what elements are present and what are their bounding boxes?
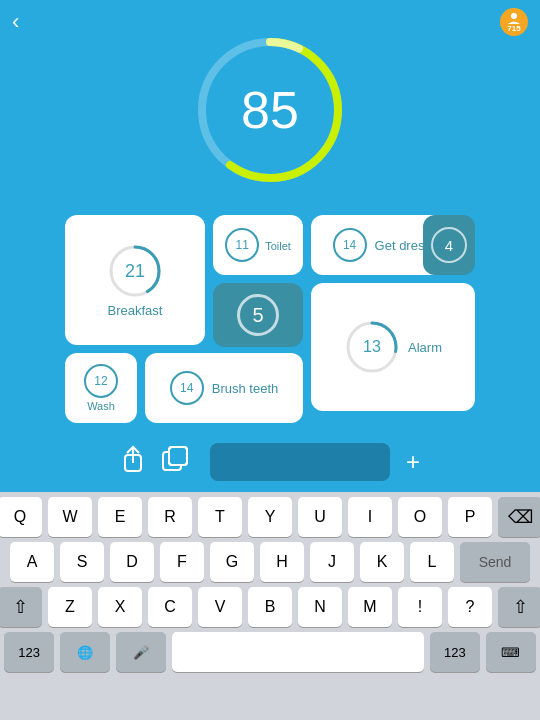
svg-point-0 — [511, 13, 517, 19]
key-s[interactable]: S — [60, 542, 104, 582]
numbers-right-key[interactable]: 123 — [430, 632, 480, 672]
key-x[interactable]: X — [98, 587, 142, 627]
keyboard-row-3: ⇧ Z X C V B N M ! ? ⇧ — [0, 587, 540, 627]
key-j[interactable]: J — [310, 542, 354, 582]
keyboard: Q W E R T Y U I O P ⌫ A S D F G H J K L … — [0, 492, 540, 720]
cards-icon[interactable] — [162, 446, 194, 478]
wash-label: Wash — [87, 400, 115, 412]
key-c[interactable]: C — [148, 587, 192, 627]
key-q[interactable]: Q — [0, 497, 42, 537]
breakfast-label: Breakfast — [108, 303, 163, 318]
svg-rect-11 — [169, 447, 187, 465]
card-wash[interactable]: 12 Wash — [65, 353, 137, 423]
mic-key[interactable]: 🎤 — [116, 632, 166, 672]
shift-key[interactable]: ⇧ — [0, 587, 42, 627]
keyboard-bottom-row: 123 🌐 🎤 123 ⌨ — [4, 632, 536, 672]
keyboard-row-2: A S D F G H J K L Send — [0, 542, 540, 582]
card-four[interactable]: 4 — [423, 215, 475, 275]
card-toilet[interactable]: 11 Toilet — [213, 215, 303, 275]
cards-area: 21 Breakfast 11 Toilet 14 Get dressed 4 … — [65, 215, 475, 435]
card-alarm[interactable]: 13 Alarm — [311, 283, 475, 411]
globe-key[interactable]: 🌐 — [60, 632, 110, 672]
delete-key[interactable]: ⌫ — [498, 497, 540, 537]
toilet-label: Toilet — [265, 240, 291, 252]
key-o[interactable]: O — [398, 497, 442, 537]
key-b[interactable]: B — [248, 587, 292, 627]
key-p[interactable]: P — [448, 497, 492, 537]
key-h[interactable]: H — [260, 542, 304, 582]
key-e[interactable]: E — [98, 497, 142, 537]
add-task-button[interactable]: + — [406, 448, 420, 476]
brush-label: Brush teeth — [212, 381, 279, 396]
key-question[interactable]: ? — [448, 587, 492, 627]
key-g[interactable]: G — [210, 542, 254, 582]
brush-circle: 14 — [170, 371, 204, 405]
shift-right-key[interactable]: ⇧ — [498, 587, 540, 627]
key-y[interactable]: Y — [248, 497, 292, 537]
key-i[interactable]: I — [348, 497, 392, 537]
numbers-key[interactable]: 123 — [4, 632, 54, 672]
key-v[interactable]: V — [198, 587, 242, 627]
keyboard-row-1: Q W E R T Y U I O P ⌫ — [0, 497, 540, 537]
card-five[interactable]: 5 — [213, 283, 303, 347]
timer-circle: 85 — [190, 30, 350, 190]
key-f[interactable]: F — [160, 542, 204, 582]
send-key[interactable]: Send — [460, 542, 530, 582]
toolbar: + — [0, 436, 540, 488]
key-m[interactable]: M — [348, 587, 392, 627]
key-t[interactable]: T — [198, 497, 242, 537]
key-z[interactable]: Z — [48, 587, 92, 627]
keyboard-hide-key[interactable]: ⌨ — [486, 632, 536, 672]
key-u[interactable]: U — [298, 497, 342, 537]
back-button[interactable]: ‹ — [12, 9, 19, 35]
key-w[interactable]: W — [48, 497, 92, 537]
card-breakfast[interactable]: 21 Breakfast — [65, 215, 205, 345]
card-brush[interactable]: 14 Brush teeth — [145, 353, 303, 423]
key-l[interactable]: L — [410, 542, 454, 582]
toilet-circle: 11 — [225, 228, 259, 262]
task-input[interactable] — [210, 443, 390, 481]
getdressed-circle: 14 — [333, 228, 367, 262]
key-exclaim[interactable]: ! — [398, 587, 442, 627]
wash-circle: 12 — [84, 364, 118, 398]
share-icon[interactable] — [120, 445, 146, 479]
key-n[interactable]: N — [298, 587, 342, 627]
space-key[interactable] — [172, 632, 423, 672]
key-a[interactable]: A — [10, 542, 54, 582]
key-r[interactable]: R — [148, 497, 192, 537]
status-icon: 715 — [500, 8, 528, 36]
alarm-label: Alarm — [408, 340, 442, 355]
timer-number: 85 — [241, 80, 299, 140]
key-d[interactable]: D — [110, 542, 154, 582]
key-k[interactable]: K — [360, 542, 404, 582]
